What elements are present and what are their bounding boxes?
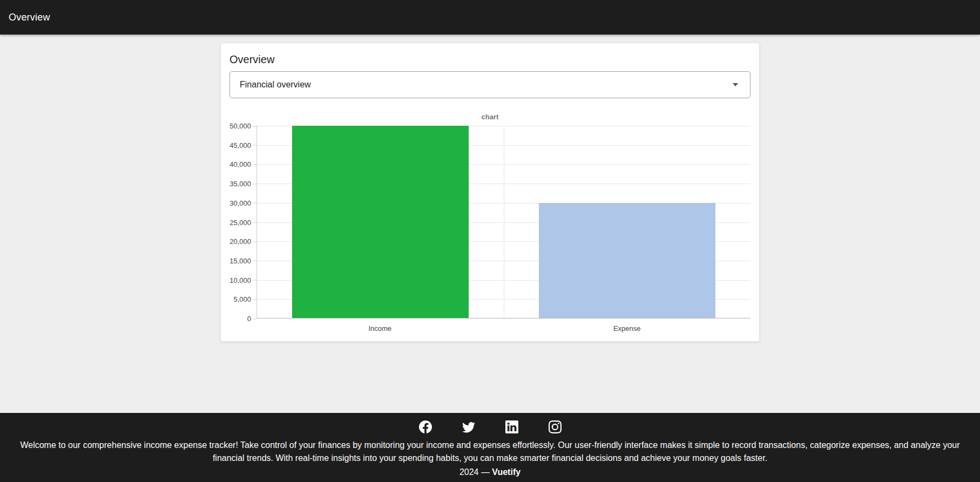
category-cells — [257, 126, 751, 318]
chart-type-select[interactable]: Financial overview — [229, 71, 751, 98]
x-axis-baseline — [257, 318, 751, 318]
chart-grid: 05,00010,00015,00020,00025,00030,00035,0… — [229, 126, 751, 318]
x-axis-label-expense: Expense — [504, 324, 751, 332]
instagram-icon — [549, 420, 562, 433]
chart: chart 05,00010,00015,00020,00025,00030,0… — [229, 113, 751, 332]
select-value: Financial overview — [240, 80, 311, 90]
app-bar-title: Overview — [9, 12, 50, 23]
category-cell-income — [257, 126, 504, 318]
x-axis-label-income: Income — [256, 324, 504, 332]
y-axis-labels: 05,00010,00015,00020,00025,00030,00035,0… — [229, 126, 256, 318]
page: Overview Overview Financial overview cha… — [0, 0, 980, 482]
footer-description: Welcome to our comprehensive income expe… — [19, 439, 961, 465]
instagram-button[interactable] — [545, 417, 565, 437]
y-tick-label: 5,000 — [233, 296, 251, 303]
app-bar: Overview — [0, 0, 980, 35]
copyright-brand: Vuetify — [492, 467, 521, 477]
chart-title: chart — [229, 113, 751, 121]
y-tick-label: 25,000 — [229, 219, 251, 226]
y-tick-label: 30,000 — [229, 199, 251, 206]
y-tick-label: 35,000 — [229, 180, 251, 187]
facebook-button[interactable] — [416, 417, 435, 437]
chevron-down-icon — [733, 83, 738, 86]
y-tick-label: 50,000 — [229, 123, 251, 130]
y-tick-label: 0 — [247, 315, 251, 322]
y-tick-label: 15,000 — [229, 257, 251, 264]
linkedin-icon — [505, 420, 518, 433]
footer: Welcome to our comprehensive income expe… — [0, 413, 980, 482]
overview-card: Overview Financial overview chart 05,000… — [220, 43, 760, 342]
x-axis-labels: IncomeExpense — [256, 324, 751, 332]
plot-area — [256, 126, 751, 318]
y-tick-label: 45,000 — [229, 141, 251, 148]
facebook-icon — [419, 420, 432, 433]
twitter-icon — [462, 420, 475, 433]
y-tick-label: 10,000 — [229, 276, 251, 283]
bar-expense[interactable] — [539, 203, 715, 318]
twitter-button[interactable] — [459, 417, 478, 437]
category-cell-expense — [504, 126, 751, 318]
linkedin-button[interactable] — [502, 417, 522, 437]
copyright-year: 2024 — — [459, 467, 492, 477]
y-tick-label: 40,000 — [229, 161, 251, 168]
bar-income[interactable] — [292, 126, 469, 318]
social-links — [19, 417, 961, 437]
footer-copyright: 2024 — Vuetify — [19, 466, 961, 479]
card-title: Overview — [229, 52, 751, 67]
y-tick-label: 20,000 — [229, 238, 251, 245]
main-content: Overview Financial overview chart 05,000… — [0, 35, 980, 413]
